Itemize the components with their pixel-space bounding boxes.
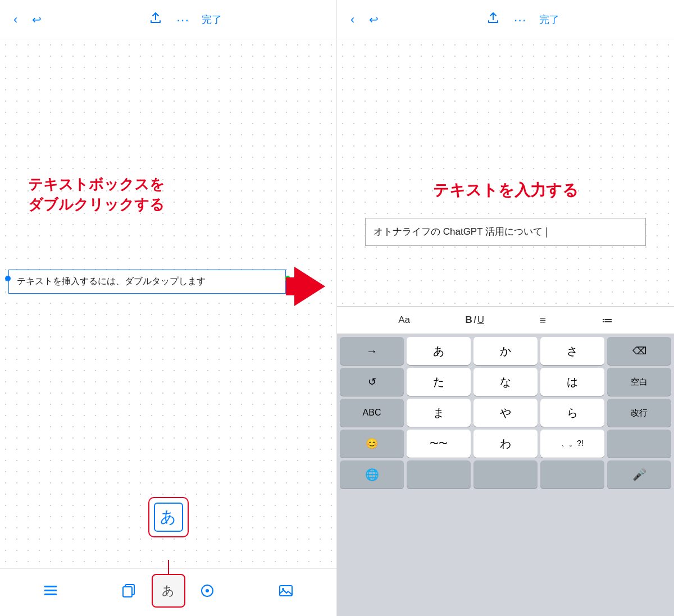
key-ta[interactable]: た <box>407 368 471 396</box>
more-button-right[interactable]: ··· <box>512 10 529 30</box>
ah-icon-bottom[interactable]: あ <box>152 574 185 608</box>
instruction-right: テキストを入力する <box>337 180 674 201</box>
format-toolbar: Aa B I U ≡ ≔ <box>337 306 674 334</box>
key-ka[interactable]: か <box>473 337 538 365</box>
key-space[interactable]: 空白 <box>607 368 671 396</box>
ah-char-bottom: あ <box>162 582 175 599</box>
key-ma[interactable]: ま <box>407 399 471 427</box>
key-a[interactable]: あ <box>407 337 471 365</box>
key-arrow[interactable]: → <box>340 337 404 365</box>
key-mic[interactable]: 🎤 <box>607 460 671 489</box>
list-button[interactable]: ≔ <box>602 313 613 327</box>
cursor <box>546 227 547 238</box>
key-sa[interactable]: さ <box>540 337 604 365</box>
key-ya[interactable]: や <box>473 399 538 427</box>
text-input-box[interactable]: オトナライフの ChatGPT 活用について <box>365 218 646 246</box>
keyboard-row-1: → あ か さ ⌫ <box>337 334 674 365</box>
keyboard-row-5: 🌐 🎤 <box>337 458 674 491</box>
keyboard-row-3: ABC ま や ら 改行 <box>337 396 674 427</box>
input-text: オトナライフの ChatGPT 活用について <box>374 226 543 237</box>
done-button-right[interactable]: 完了 <box>539 10 559 30</box>
key-delete[interactable]: ⌫ <box>607 337 671 365</box>
key-blank <box>607 430 671 458</box>
svg-rect-0 <box>44 586 57 587</box>
instruction-box-left: テキストボックスを ダブルクリックする <box>28 174 165 215</box>
left-panel: ‹ ↩ ··· 完了 テキストボックスを ダブルクリックする テキストを挿入する… <box>0 0 337 616</box>
handle-left <box>5 276 11 281</box>
key-empty3 <box>540 460 604 489</box>
list-view-button[interactable] <box>43 583 58 601</box>
back-button-left[interactable]: ‹ <box>11 10 20 29</box>
arrow-right <box>294 267 325 306</box>
key-abc[interactable]: ABC <box>340 399 404 427</box>
key-ra[interactable]: ら <box>540 399 604 427</box>
svg-rect-2 <box>44 594 57 595</box>
key-na[interactable]: な <box>473 368 538 396</box>
svg-rect-1 <box>44 590 57 591</box>
back-button-right[interactable]: ‹ <box>348 10 357 29</box>
ah-icon-inner: あ <box>154 503 183 532</box>
svg-rect-7 <box>280 586 292 596</box>
align-button[interactable]: ≡ <box>539 314 546 327</box>
pen-button[interactable] <box>200 583 215 601</box>
key-globe[interactable]: 🌐 <box>340 460 404 489</box>
ah-icon-main[interactable]: あ <box>148 497 189 537</box>
keyboard-row-4: 😊 〜〜 わ 、。?! <box>337 427 674 458</box>
toolbar-left: ‹ ↩ ··· 完了 <box>0 0 336 39</box>
text-box-content: テキストを挿入するには、ダブルタップします <box>17 276 206 286</box>
key-ha[interactable]: は <box>540 368 604 396</box>
ah-char-main: あ <box>160 507 176 528</box>
svg-rect-4 <box>123 587 132 597</box>
key-wave[interactable]: 〜〜 <box>407 430 471 458</box>
key-punct[interactable]: 、。?! <box>540 430 604 458</box>
done-button-left[interactable]: 完了 <box>202 10 222 30</box>
key-undo-kb[interactable]: ↺ <box>340 368 404 396</box>
key-empty1 <box>407 460 471 489</box>
toolbar-right: ‹ ↩ ··· 完了 <box>337 0 674 39</box>
connector-line <box>168 560 169 574</box>
keyboard-row-2: ↺ た な は 空白 <box>337 365 674 396</box>
right-panel: ‹ ↩ ··· 完了 テキストを入力する オトナライフの ChatGPT 活用に… <box>337 0 674 616</box>
image-button[interactable] <box>279 583 293 601</box>
svg-point-6 <box>206 589 209 592</box>
copy-button[interactable] <box>122 583 136 601</box>
bold-button[interactable]: B I U <box>466 314 484 326</box>
undo-button-left[interactable]: ↩ <box>30 11 44 29</box>
more-button-left[interactable]: ··· <box>174 10 192 30</box>
key-enter[interactable]: 改行 <box>607 399 671 427</box>
key-wa[interactable]: わ <box>473 430 538 458</box>
key-empty2 <box>473 460 538 489</box>
share-button-right[interactable] <box>485 10 502 30</box>
keyboard-area: → あ か さ ⌫ ↺ た な は 空白 ABC ま や ら 改行 😊 〜〜 わ… <box>337 334 674 616</box>
bottom-toolbar-left: あ <box>0 568 336 616</box>
arrow-shape <box>294 267 325 306</box>
instruction-line1: テキストボックスを <box>28 174 165 194</box>
instruction-line2: ダブルクリックする <box>28 194 165 215</box>
key-emoji[interactable]: 😊 <box>340 430 404 458</box>
share-button-left[interactable] <box>147 10 164 30</box>
text-box-left[interactable]: テキストを挿入するには、ダブルタップします <box>8 270 286 294</box>
font-size-button[interactable]: Aa <box>398 314 410 326</box>
undo-button-right[interactable]: ↩ <box>367 11 381 29</box>
